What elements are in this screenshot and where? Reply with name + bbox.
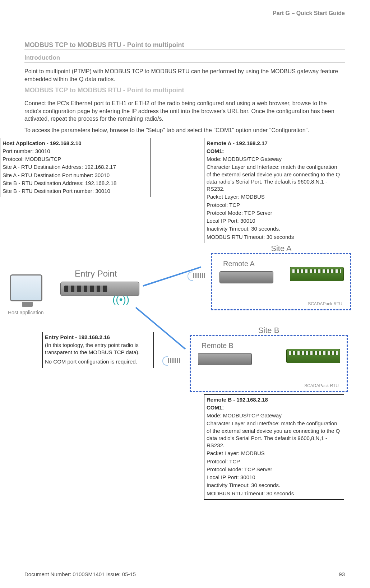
remote-b-mode: Mode: MODBUS/TCP Gateway bbox=[207, 412, 342, 419]
remote-b-charlayer: Character Layer and Interface: match the… bbox=[207, 420, 342, 449]
host-port: Port number: 30010 bbox=[3, 148, 148, 155]
remote-a-protomode: Protocol Mode: TCP Server bbox=[207, 209, 342, 217]
remote-b-timeout: MODBUS RTU Timeout: 30 seconds bbox=[207, 490, 342, 497]
remote-a-timeout: MODBUS RTU Timeout: 30 seconds bbox=[207, 233, 342, 241]
remote-b-config-box: Remote B - 192.168.2.18 COM1: Mode: MODB… bbox=[204, 394, 344, 500]
host-siteB-addr: Site B - RTU Destination Address: 192.16… bbox=[3, 180, 148, 187]
remote-b-radio-icon bbox=[198, 353, 252, 365]
host-siteA-port: Site A - RTU Destination Port number: 30… bbox=[3, 172, 148, 179]
remote-b-title: Remote B - 192.168.2.18 bbox=[207, 396, 342, 403]
remote-a-inact: Inactivity Timeout: 30 seconds. bbox=[207, 225, 342, 232]
rtu-a-label: SCADAPack RTU bbox=[308, 301, 342, 306]
scadapack-rtu-a-icon bbox=[290, 267, 344, 281]
remote-b-inact: Inactivity Timeout: 30 seconds. bbox=[207, 482, 342, 489]
antenna-b-icon bbox=[168, 358, 181, 363]
site-a-title: Site A bbox=[271, 244, 291, 253]
host-application-label: Host application bbox=[8, 310, 44, 315]
entry-l1: (In this topology, the entry point radio… bbox=[45, 342, 151, 356]
section-title-main: MODBUS TCP to MODBUS RTU - Point to mult… bbox=[24, 41, 345, 50]
remote-a-packet: Packet Layer: MODBUS bbox=[207, 193, 342, 200]
remote-b-label: Remote B bbox=[202, 342, 233, 350]
remote-a-radio-icon bbox=[219, 271, 273, 283]
host-title: Host Application - 192.168.2.10 bbox=[3, 140, 148, 147]
paragraph-connect: Connect the PC's Ethernet port to ETH1 o… bbox=[24, 99, 345, 123]
entry-title: Entry Point - 192.168.2.16 bbox=[45, 334, 151, 341]
host-siteB-port: Site B - RTU Destination Port number: 30… bbox=[3, 187, 148, 195]
host-config-box: Host Application - 192.168.2.10 Port num… bbox=[0, 138, 151, 198]
remote-a-com: COM1: bbox=[207, 148, 342, 155]
scadapack-rtu-b-icon bbox=[286, 349, 340, 363]
site-b-panel: Site B Remote B SCADAPack RTU bbox=[190, 335, 348, 392]
remote-a-protocol: Protocol: TCP bbox=[207, 202, 342, 209]
site-b-title: Site B bbox=[258, 326, 279, 335]
entry-point-config-box: Entry Point - 192.168.2.16 (In this topo… bbox=[42, 332, 154, 368]
rtu-b-label: SCADAPack RTU bbox=[304, 383, 339, 388]
host-protocol: Protocol: MODBUS/TCP bbox=[3, 156, 148, 163]
remote-b-protocol: Protocol: TCP bbox=[207, 458, 342, 465]
remote-a-label: Remote A bbox=[223, 260, 255, 268]
paragraph-access: To access the parameters below, browse t… bbox=[24, 126, 345, 134]
remote-b-com: COM1: bbox=[207, 404, 342, 411]
page-header: Part G – Quick Start Guide bbox=[273, 10, 345, 17]
section-title-main2: MODBUS TCP to MODBUS RTU - Point to mult… bbox=[24, 87, 345, 95]
remote-a-title: Remote A - 192.168.2.17 bbox=[207, 140, 342, 147]
subsection-intro: Introduction bbox=[24, 54, 345, 62]
remote-a-mode: Mode: MODBUS/TCP Gateway bbox=[207, 156, 342, 163]
host-siteA-addr: Site A - RTU Destination Address: 192.16… bbox=[3, 163, 148, 171]
intro-paragraph: Point to multipoint (PTMP) with MODBUS T… bbox=[24, 68, 345, 83]
remote-b-packet: Packet Layer: MODBUS bbox=[207, 450, 342, 457]
site-a-panel: Site A Remote A SCADAPack RTU bbox=[211, 253, 351, 310]
page-footer: Document Number: 0100SM1401 Issue: 05-15… bbox=[24, 571, 345, 577]
wifi-icon: ((•)) bbox=[112, 294, 129, 305]
entry-l2: No COM port configuration is required. bbox=[45, 358, 151, 365]
antenna-a-icon bbox=[193, 273, 206, 278]
remote-a-config-box: Remote A - 192.168.2.17 COM1: Mode: MODB… bbox=[204, 138, 344, 243]
network-diagram: Remote A - 192.168.2.17 COM1: Mode: MODB… bbox=[24, 138, 345, 533]
remote-a-port: Local IP Port: 30010 bbox=[207, 217, 342, 224]
entry-point-label: Entry Point bbox=[75, 269, 117, 279]
remote-b-protomode: Protocol Mode: TCP Server bbox=[207, 466, 342, 473]
page-number: 93 bbox=[339, 571, 345, 577]
remote-a-charlayer: Character Layer and Interface: match the… bbox=[207, 163, 342, 193]
document-number: Document Number: 0100SM1401 Issue: 05-15 bbox=[24, 571, 136, 577]
monitor-icon bbox=[10, 274, 42, 301]
remote-b-port: Local IP Port: 30010 bbox=[207, 474, 342, 481]
